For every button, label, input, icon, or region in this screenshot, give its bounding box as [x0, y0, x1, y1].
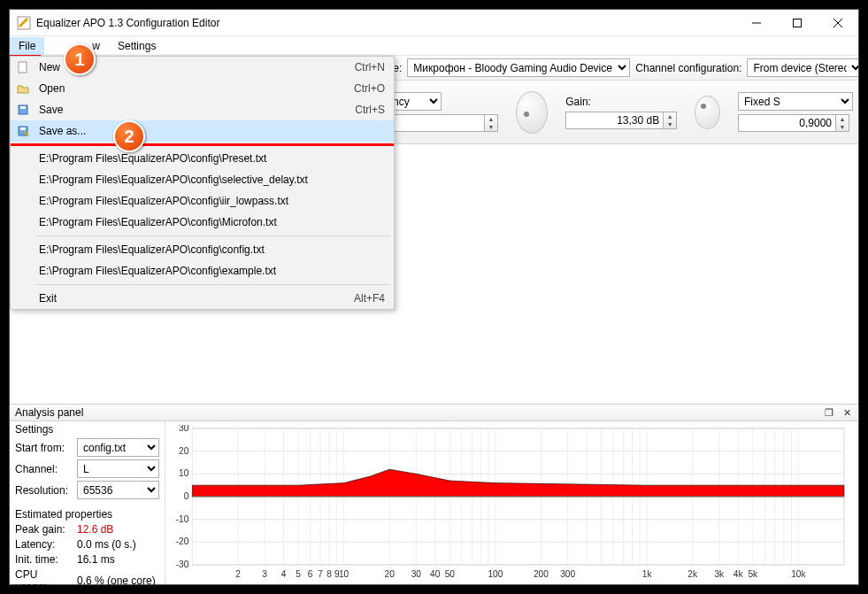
menu-item-exit[interactable]: Exit Alt+F4: [11, 288, 394, 309]
init-time-label: Init. time:: [15, 553, 72, 566]
undock-icon[interactable]: ❐: [823, 406, 835, 419]
save-as-icon: [14, 124, 32, 138]
analysis-chart: 3020100-10-20-30234567891020304050100200…: [165, 421, 858, 584]
svg-text:2: 2: [235, 569, 241, 579]
svg-text:6: 6: [308, 569, 313, 579]
svg-text:30: 30: [179, 425, 189, 433]
q-input[interactable]: [738, 114, 835, 132]
menu-item-recent[interactable]: E:\Program Files\EqualizerAPO\config\exa…: [11, 260, 394, 282]
analysis-title: Analysis panel: [15, 406, 83, 419]
latency-label: Latency:: [15, 538, 72, 551]
svg-text:40: 40: [430, 569, 441, 579]
svg-rect-7: [20, 106, 26, 109]
svg-text:-30: -30: [176, 559, 189, 569]
svg-text:0: 0: [184, 491, 189, 501]
latency-value: 0.0 ms (0 s.): [77, 538, 136, 551]
settings-heading: Settings: [15, 423, 159, 436]
svg-text:4: 4: [281, 569, 287, 579]
resolution-select[interactable]: 65536: [77, 481, 159, 499]
svg-text:5k: 5k: [748, 569, 758, 579]
svg-text:2k: 2k: [687, 569, 698, 579]
save-icon: [14, 103, 32, 117]
frequency-mode-select[interactable]: ncy: [387, 92, 442, 111]
svg-rect-2: [794, 19, 802, 27]
menu-bar: File w Settings New Ctrl+N Open Ctrl+O: [10, 36, 858, 56]
title-bar: Equalizer APO 1.3 Configuration Editor: [10, 10, 858, 36]
cpu-usage-value: 0.6 % (one core): [77, 575, 156, 587]
svg-text:10: 10: [179, 468, 189, 478]
app-icon: [17, 16, 31, 30]
peak-gain-label: Peak gain:: [15, 523, 72, 536]
menu-item-save-as[interactable]: Save as...: [11, 120, 394, 142]
menu-label: E:\Program Files\EqualizerAPO\config\sel…: [39, 174, 385, 186]
cpu-usage-label: CPU usage:: [15, 568, 72, 593]
channel-select[interactable]: L: [77, 459, 159, 478]
gain-knob[interactable]: [516, 91, 548, 134]
menu-separator: [35, 235, 390, 236]
channel-config-label: Channel configuration:: [635, 62, 741, 74]
menu-item-recent[interactable]: E:\Program Files\EqualizerAPO\config\con…: [11, 239, 394, 260]
menu-item-open[interactable]: Open Ctrl+O: [11, 78, 394, 99]
menu-item-recent[interactable]: E:\Program Files\EqualizerAPO\config\Pre…: [11, 148, 394, 169]
svg-text:20: 20: [179, 446, 189, 456]
menu-shortcut: Alt+F4: [354, 292, 385, 305]
menu-label: Save: [39, 104, 348, 116]
channel-config-select[interactable]: From device (Stereo): [747, 58, 858, 77]
svg-text:200: 200: [534, 569, 549, 579]
resolution-label: Resolution:: [15, 484, 72, 497]
svg-text:7: 7: [318, 569, 323, 579]
menu-label: E:\Program Files\EqualizerAPO\config\con…: [39, 243, 385, 256]
svg-rect-5: [19, 62, 27, 73]
frequency-spin[interactable]: ▲▼: [387, 114, 498, 132]
init-time-value: 16.1 ms: [77, 553, 115, 566]
svg-text:100: 100: [488, 569, 503, 579]
maximize-button[interactable]: [777, 10, 818, 36]
svg-text:3: 3: [262, 569, 267, 579]
menu-label: Save as...: [39, 125, 378, 137]
est-props-heading: Estimated properties: [15, 508, 159, 521]
menu-item-recent[interactable]: E:\Program Files\EqualizerAPO\config\Mic…: [11, 212, 394, 233]
menu-separator: [35, 284, 390, 285]
device-select[interactable]: Микрофон - Bloody Gaming Audio Device: [407, 58, 630, 77]
analysis-settings: Settings Start from: config.txt Channel:…: [10, 421, 165, 584]
analysis-panel-header: Analysis panel ❐ ✕: [10, 404, 858, 421]
menu-label: E:\Program Files\EqualizerAPO\config\Mic…: [39, 216, 385, 228]
svg-text:10: 10: [339, 569, 350, 579]
start-from-select[interactable]: config.txt: [77, 438, 159, 457]
svg-text:10k: 10k: [791, 569, 806, 579]
channel-label: Channel:: [15, 463, 72, 475]
svg-text:-10: -10: [176, 514, 189, 524]
q-spin[interactable]: ▲▼: [738, 114, 853, 132]
menu-label: E:\Program Files\EqualizerAPO\config\Pre…: [39, 152, 385, 165]
menu-item-recent[interactable]: E:\Program Files\EqualizerAPO\config\iir…: [11, 190, 394, 212]
window-title: Equalizer APO 1.3 Configuration Editor: [36, 17, 736, 29]
svg-text:3k: 3k: [714, 569, 725, 579]
close-button[interactable]: [818, 10, 858, 36]
frequency-input[interactable]: [387, 114, 484, 132]
menu-item-save[interactable]: Save Ctrl+S: [11, 99, 394, 120]
menu-shortcut: Ctrl+O: [354, 82, 385, 95]
q-mode-select[interactable]: Fixed S: [738, 92, 853, 111]
gain-spin[interactable]: ▲▼: [565, 112, 677, 129]
minimize-button[interactable]: [736, 10, 777, 36]
open-icon: [14, 81, 32, 96]
menu-settings[interactable]: Settings: [109, 37, 165, 55]
annotation-badge-1: 1: [64, 43, 96, 75]
gain-label: Gain:: [565, 96, 677, 108]
close-panel-icon[interactable]: ✕: [841, 406, 853, 419]
svg-text:5: 5: [296, 569, 301, 579]
analysis-panel: Settings Start from: config.txt Channel:…: [10, 421, 858, 584]
menu-item-recent[interactable]: E:\Program Files\EqualizerAPO\config\sel…: [11, 169, 394, 190]
svg-text:4k: 4k: [734, 569, 744, 579]
peak-gain-value: 12.6 dB: [77, 523, 113, 536]
svg-text:1k: 1k: [642, 569, 653, 579]
q-knob[interactable]: [695, 96, 720, 129]
annotation-underline: [11, 143, 394, 146]
new-icon: [14, 60, 32, 74]
svg-text:50: 50: [445, 569, 456, 579]
svg-text:30: 30: [411, 569, 422, 579]
svg-rect-9: [20, 127, 26, 130]
menu-label: E:\Program Files\EqualizerAPO\config\iir…: [39, 195, 385, 207]
gain-input[interactable]: [565, 112, 663, 129]
menu-file[interactable]: File: [10, 37, 44, 55]
